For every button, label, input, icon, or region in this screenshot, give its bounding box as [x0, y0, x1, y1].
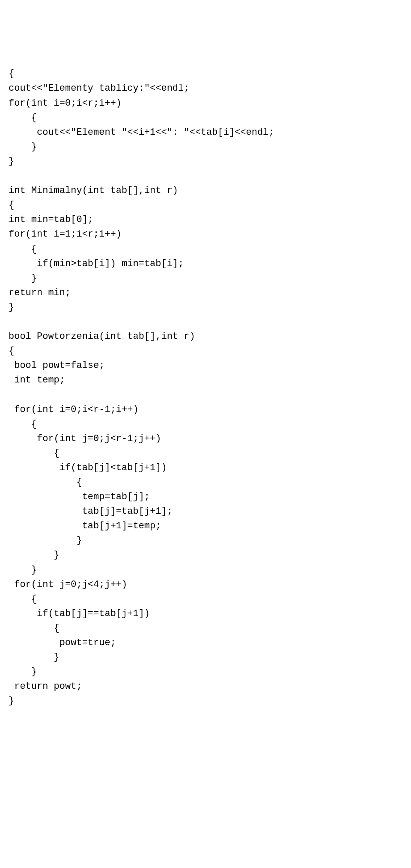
code-line: for(int j=0;j<4;j++) — [9, 579, 127, 590]
code-line: if(tab[j]==tab[j+1]) — [9, 608, 150, 619]
code-line: int temp; — [9, 375, 65, 385]
code-line: { — [9, 113, 37, 123]
code-line: powt=true; — [9, 637, 116, 648]
code-line: { — [9, 200, 14, 210]
code-line: tab[j+1]=temp; — [9, 521, 161, 531]
code-line: { — [9, 68, 14, 79]
code-line: bool powt=false; — [9, 360, 104, 371]
code-line: int Minimalny(int tab[],int r) — [9, 185, 178, 196]
code-line: return min; — [9, 287, 71, 298]
code-line: } — [9, 667, 37, 677]
code-line: { — [9, 594, 37, 604]
code-line: } — [9, 696, 14, 706]
code-line: } — [9, 550, 60, 560]
code-line: int min=tab[0]; — [9, 214, 93, 225]
code-line: for(int i=1;i<r;i++) — [9, 229, 122, 240]
code-line: { — [9, 477, 82, 488]
code-line: for(int i=0;i<r;i++) — [9, 98, 122, 109]
code-line: if(tab[j]<tab[j+1]) — [9, 462, 167, 473]
code-line: cout<<"Element "<<i+1<<": "<<tab[i]<<end… — [9, 127, 274, 138]
code-line: if(min>tab[i]) min=tab[i]; — [9, 258, 184, 269]
code-line: { — [9, 623, 60, 634]
code-line: } — [9, 652, 60, 663]
code-line: return powt; — [9, 681, 82, 692]
code-line: tab[j]=tab[j+1]; — [9, 506, 173, 517]
code-line: for(int i=0;i<r-1;i++) — [9, 404, 139, 415]
code-line: { — [9, 448, 60, 459]
code-line: { — [9, 419, 37, 430]
code-line: } — [9, 273, 37, 284]
code-line: bool Powtorzenia(int tab[],int r) — [9, 331, 195, 342]
code-line: } — [9, 156, 14, 167]
code-line: } — [9, 142, 37, 152]
code-line: cout<<"Elementy tablicy:"<<endl; — [9, 83, 189, 94]
code-block: { cout<<"Elementy tablicy:"<<endl; for(i… — [9, 67, 402, 708]
code-line: for(int j=0;j<r-1;j++) — [9, 433, 161, 444]
code-line: { — [9, 346, 14, 356]
code-line: } — [9, 565, 37, 575]
code-line: } — [9, 302, 14, 313]
code-line: { — [9, 244, 37, 255]
code-line: } — [9, 535, 82, 546]
code-line: temp=tab[j]; — [9, 492, 150, 502]
